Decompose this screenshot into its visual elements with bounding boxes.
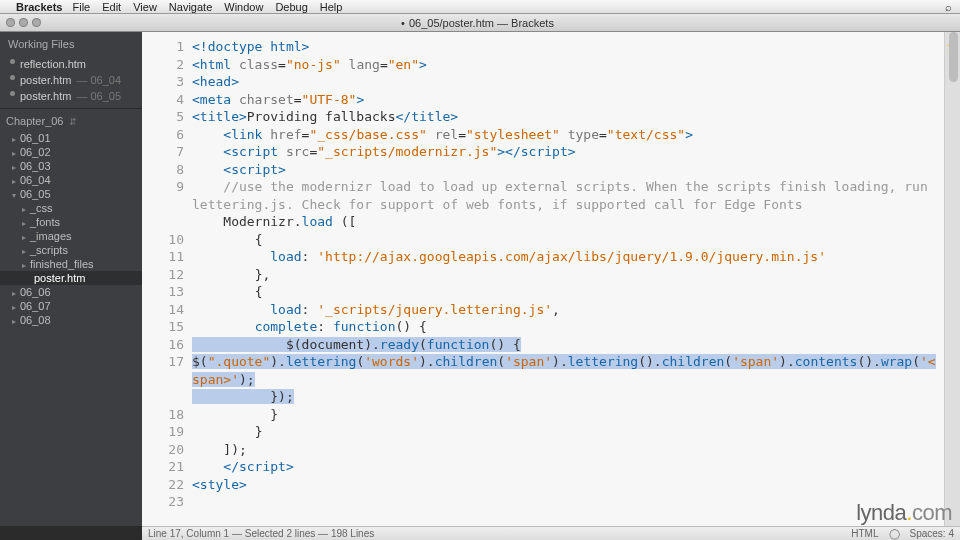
file-tree-item[interactable]: ▸_fonts xyxy=(0,215,142,229)
code-line[interactable]: }); xyxy=(192,388,940,406)
code-line[interactable]: load: 'http://ajax.googleapis.com/ajax/l… xyxy=(192,248,940,266)
file-tree-item[interactable]: ▾06_05 xyxy=(0,187,142,201)
file-tree-item[interactable]: ▸_images xyxy=(0,229,142,243)
menu-edit[interactable]: Edit xyxy=(102,1,121,13)
scrollbar-thumb[interactable] xyxy=(949,32,958,82)
file-tree-item[interactable]: ▸_css xyxy=(0,201,142,215)
code-line[interactable]: <link href="_css/base.css" rel="styleshe… xyxy=(192,126,940,144)
code-line[interactable]: <!doctype html> xyxy=(192,38,940,56)
line-gutter: 123456789 1011121314151617 181920212223 xyxy=(142,32,192,526)
code-line[interactable]: { xyxy=(192,283,940,301)
close-button[interactable] xyxy=(6,18,15,27)
file-tree: ▸06_01▸06_02▸06_03▸06_04▾06_05▸_css▸_fon… xyxy=(0,131,142,327)
status-language[interactable]: HTML xyxy=(851,528,878,539)
app-window: •06_05/poster.htm — Brackets Working Fil… xyxy=(0,14,960,540)
working-files-header: Working Files xyxy=(0,32,142,56)
file-tree-item-active[interactable]: poster.htm xyxy=(0,271,142,285)
code-line[interactable]: <script src="_scripts/modernizr.js"></sc… xyxy=(192,143,940,161)
mac-menubar: Brackets File Edit View Navigate Window … xyxy=(0,0,960,14)
code-area[interactable]: <!doctype html><html class="no-js" lang=… xyxy=(192,32,944,526)
file-tree-item[interactable]: ▸finished_files xyxy=(0,257,142,271)
file-tree-item[interactable]: ▸06_07 xyxy=(0,299,142,313)
status-cursor: Line 17, Column 1 — Selected 2 lines — 1… xyxy=(148,528,374,539)
file-tree-item[interactable]: ▸06_06 xyxy=(0,285,142,299)
project-name: Chapter_06 xyxy=(6,115,64,127)
file-tree-item[interactable]: ▸06_01 xyxy=(0,131,142,145)
code-line[interactable]: complete: function() { xyxy=(192,318,940,336)
menu-window[interactable]: Window xyxy=(224,1,263,13)
working-file-item[interactable]: poster.htm — 06_04 xyxy=(0,72,142,88)
window-title: •06_05/poster.htm — Brackets xyxy=(41,17,914,29)
file-tree-item[interactable]: ▸06_03 xyxy=(0,159,142,173)
zoom-button[interactable] xyxy=(32,18,41,27)
dirty-indicator-icon: • xyxy=(401,17,405,29)
code-line[interactable]: } xyxy=(192,423,940,441)
menu-file[interactable]: File xyxy=(72,1,90,13)
code-line[interactable]: <script> xyxy=(192,161,940,179)
code-line[interactable]: }, xyxy=(192,266,940,284)
spotlight-icon[interactable]: ⌕ xyxy=(945,1,952,13)
status-indent[interactable]: Spaces: 4 xyxy=(910,528,954,539)
code-line[interactable]: { xyxy=(192,231,940,249)
working-files-list: reflection.htmposter.htm — 06_04poster.h… xyxy=(0,56,142,104)
app-name[interactable]: Brackets xyxy=(16,1,62,13)
project-header[interactable]: Chapter_06 ⇵ xyxy=(0,108,142,131)
project-dropdown-icon[interactable]: ⇵ xyxy=(69,117,77,127)
traffic-lights xyxy=(6,18,41,27)
menu-navigate[interactable]: Navigate xyxy=(169,1,212,13)
code-line[interactable]: <html class="no-js" lang="en"> xyxy=(192,56,940,74)
code-line[interactable]: <head> xyxy=(192,73,940,91)
menu-help[interactable]: Help xyxy=(320,1,343,13)
vertical-scrollbar[interactable] xyxy=(948,32,960,526)
code-line[interactable]: Modernizr.load ([ xyxy=(192,213,940,231)
file-tree-item[interactable]: ▸_scripts xyxy=(0,243,142,257)
file-tree-item[interactable]: ▸06_08 xyxy=(0,313,142,327)
code-line[interactable]: <title>Providing fallbacks</title> xyxy=(192,108,940,126)
status-inspect-icon[interactable]: ◯ xyxy=(889,528,900,539)
code-line[interactable]: //use the modernizr load to load up exte… xyxy=(192,178,940,213)
code-line[interactable]: <meta charset="UTF-8"> xyxy=(192,91,940,109)
window-title-text: 06_05/poster.htm — Brackets xyxy=(409,17,554,29)
code-line[interactable]: } xyxy=(192,406,940,424)
status-bar: Line 17, Column 1 — Selected 2 lines — 1… xyxy=(142,526,960,540)
file-tree-item[interactable]: ▸06_02 xyxy=(0,145,142,159)
file-tree-item[interactable]: ▸06_04 xyxy=(0,173,142,187)
code-line[interactable]: $(document).ready(function() { $(".quote… xyxy=(192,336,940,389)
sidebar: Working Files reflection.htmposter.htm —… xyxy=(0,32,142,526)
menu-debug[interactable]: Debug xyxy=(275,1,307,13)
menu-view[interactable]: View xyxy=(133,1,157,13)
working-file-item[interactable]: poster.htm — 06_05 xyxy=(0,88,142,104)
code-line[interactable]: </script> xyxy=(192,458,940,476)
minimize-button[interactable] xyxy=(19,18,28,27)
working-file-item[interactable]: reflection.htm xyxy=(0,56,142,72)
code-editor[interactable]: 123456789 1011121314151617 181920212223 … xyxy=(142,32,960,526)
window-titlebar[interactable]: •06_05/poster.htm — Brackets xyxy=(0,14,960,32)
code-line[interactable]: ]); xyxy=(192,441,940,459)
code-line[interactable]: load: '_scripts/jquery.lettering.js', xyxy=(192,301,940,319)
code-line[interactable]: <style> xyxy=(192,476,940,494)
